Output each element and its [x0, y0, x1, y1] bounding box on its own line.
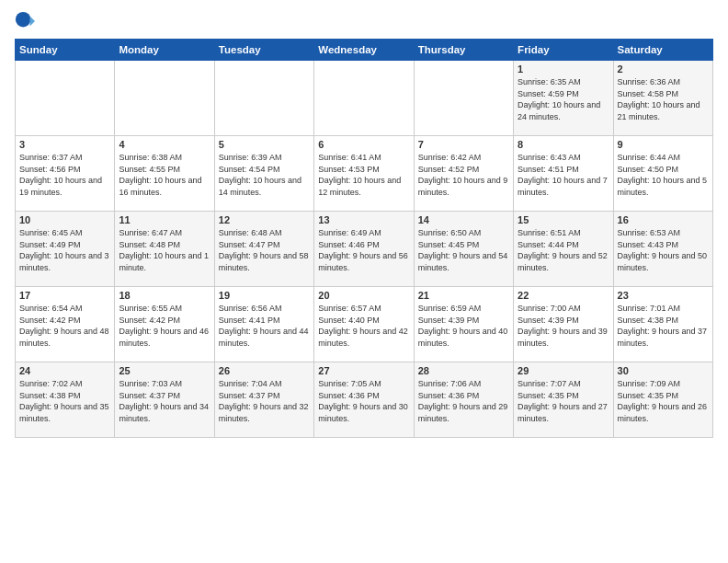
day-info: Sunrise: 7:00 AMSunset: 4:39 PMDaylight:… [518, 303, 609, 349]
day-cell: 9Sunrise: 6:44 AMSunset: 4:50 PMDaylight… [613, 136, 712, 212]
day-number: 17 [19, 290, 110, 301]
day-number: 14 [418, 214, 509, 225]
day-info: Sunrise: 6:51 AMSunset: 4:44 PMDaylight:… [518, 227, 609, 273]
day-cell: 15Sunrise: 6:51 AMSunset: 4:44 PMDayligh… [514, 212, 613, 287]
svg-point-0 [16, 12, 30, 28]
day-info: Sunrise: 6:56 AMSunset: 4:41 PMDaylight:… [219, 303, 310, 349]
day-cell: 13Sunrise: 6:49 AMSunset: 4:46 PMDayligh… [314, 212, 414, 287]
day-number: 27 [318, 365, 409, 376]
day-info: Sunrise: 6:44 AMSunset: 4:50 PMDaylight:… [618, 152, 709, 198]
logo [15, 11, 39, 31]
day-number: 5 [219, 139, 310, 150]
day-cell: 2Sunrise: 6:36 AMSunset: 4:58 PMDaylight… [613, 61, 712, 136]
day-cell: 12Sunrise: 6:48 AMSunset: 4:47 PMDayligh… [214, 212, 313, 287]
day-cell: 7Sunrise: 6:42 AMSunset: 4:52 PMDaylight… [414, 136, 513, 212]
week-row-5: 24Sunrise: 7:02 AMSunset: 4:38 PMDayligh… [16, 362, 713, 438]
day-info: Sunrise: 6:49 AMSunset: 4:46 PMDaylight:… [318, 227, 409, 273]
day-cell: 22Sunrise: 7:00 AMSunset: 4:39 PMDayligh… [514, 287, 613, 362]
calendar-header-row: SundayMondayTuesdayWednesdayThursdayFrid… [16, 40, 713, 61]
weekday-header-wednesday: Wednesday [314, 40, 414, 61]
day-number: 6 [318, 139, 409, 150]
day-number: 11 [119, 214, 210, 225]
day-cell: 3Sunrise: 6:37 AMSunset: 4:56 PMDaylight… [16, 136, 115, 212]
weekday-header-thursday: Thursday [414, 40, 513, 61]
day-number: 12 [219, 214, 310, 225]
day-number: 29 [518, 365, 609, 376]
day-info: Sunrise: 6:37 AMSunset: 4:56 PMDaylight:… [19, 152, 110, 198]
day-number: 20 [318, 290, 409, 301]
day-cell [16, 61, 115, 136]
day-cell: 25Sunrise: 7:03 AMSunset: 4:37 PMDayligh… [115, 362, 214, 438]
day-number: 2 [618, 63, 709, 75]
day-info: Sunrise: 6:48 AMSunset: 4:47 PMDaylight:… [219, 227, 310, 273]
day-cell: 19Sunrise: 6:56 AMSunset: 4:41 PMDayligh… [214, 287, 313, 362]
week-row-4: 17Sunrise: 6:54 AMSunset: 4:42 PMDayligh… [16, 287, 713, 362]
day-number: 1 [518, 63, 609, 75]
week-row-1: 1Sunrise: 6:35 AMSunset: 4:59 PMDaylight… [16, 61, 713, 136]
weekday-header-friday: Friday [514, 40, 613, 61]
day-info: Sunrise: 7:04 AMSunset: 4:37 PMDaylight:… [219, 378, 310, 424]
day-cell: 1Sunrise: 6:35 AMSunset: 4:59 PMDaylight… [514, 61, 613, 136]
day-cell: 26Sunrise: 7:04 AMSunset: 4:37 PMDayligh… [214, 362, 313, 438]
day-info: Sunrise: 6:43 AMSunset: 4:51 PMDaylight:… [518, 152, 609, 198]
day-cell: 30Sunrise: 7:09 AMSunset: 4:35 PMDayligh… [613, 362, 712, 438]
day-info: Sunrise: 7:05 AMSunset: 4:36 PMDaylight:… [318, 378, 409, 424]
day-cell: 24Sunrise: 7:02 AMSunset: 4:38 PMDayligh… [16, 362, 115, 438]
day-info: Sunrise: 6:35 AMSunset: 4:59 PMDaylight:… [518, 76, 609, 122]
day-cell: 23Sunrise: 7:01 AMSunset: 4:38 PMDayligh… [613, 287, 712, 362]
day-cell [414, 61, 513, 136]
day-cell: 14Sunrise: 6:50 AMSunset: 4:45 PMDayligh… [414, 212, 513, 287]
svg-marker-1 [30, 17, 36, 27]
week-row-2: 3Sunrise: 6:37 AMSunset: 4:56 PMDaylight… [16, 136, 713, 212]
day-cell: 20Sunrise: 6:57 AMSunset: 4:40 PMDayligh… [314, 287, 414, 362]
day-cell: 5Sunrise: 6:39 AMSunset: 4:54 PMDaylight… [214, 136, 313, 212]
weekday-header-saturday: Saturday [613, 40, 712, 61]
day-cell: 29Sunrise: 7:07 AMSunset: 4:35 PMDayligh… [514, 362, 613, 438]
day-info: Sunrise: 6:41 AMSunset: 4:53 PMDaylight:… [318, 152, 409, 198]
day-number: 19 [219, 290, 310, 301]
day-info: Sunrise: 7:06 AMSunset: 4:36 PMDaylight:… [418, 378, 509, 424]
weekday-header-monday: Monday [115, 40, 214, 61]
day-number: 25 [119, 365, 210, 376]
day-number: 3 [19, 139, 110, 150]
day-cell: 11Sunrise: 6:47 AMSunset: 4:48 PMDayligh… [115, 212, 214, 287]
day-info: Sunrise: 7:03 AMSunset: 4:37 PMDaylight:… [119, 378, 210, 424]
day-info: Sunrise: 6:55 AMSunset: 4:42 PMDaylight:… [119, 303, 210, 349]
day-cell: 8Sunrise: 6:43 AMSunset: 4:51 PMDaylight… [514, 136, 613, 212]
day-info: Sunrise: 6:47 AMSunset: 4:48 PMDaylight:… [119, 227, 210, 273]
day-cell: 16Sunrise: 6:53 AMSunset: 4:43 PMDayligh… [613, 212, 712, 287]
day-number: 22 [518, 290, 609, 301]
day-cell: 28Sunrise: 7:06 AMSunset: 4:36 PMDayligh… [414, 362, 513, 438]
day-info: Sunrise: 6:50 AMSunset: 4:45 PMDaylight:… [418, 227, 509, 273]
day-number: 13 [318, 214, 409, 225]
day-cell: 6Sunrise: 6:41 AMSunset: 4:53 PMDaylight… [314, 136, 414, 212]
day-number: 7 [418, 139, 509, 150]
day-cell [314, 61, 414, 136]
day-number: 8 [518, 139, 609, 150]
day-cell: 4Sunrise: 6:38 AMSunset: 4:55 PMDaylight… [115, 136, 214, 212]
day-cell: 21Sunrise: 6:59 AMSunset: 4:39 PMDayligh… [414, 287, 513, 362]
day-info: Sunrise: 6:36 AMSunset: 4:58 PMDaylight:… [618, 76, 709, 122]
week-row-3: 10Sunrise: 6:45 AMSunset: 4:49 PMDayligh… [16, 212, 713, 287]
day-info: Sunrise: 6:57 AMSunset: 4:40 PMDaylight:… [318, 303, 409, 349]
page: SundayMondayTuesdayWednesdayThursdayFrid… [0, 0, 728, 563]
day-cell [214, 61, 313, 136]
day-info: Sunrise: 6:59 AMSunset: 4:39 PMDaylight:… [418, 303, 509, 349]
day-number: 24 [19, 365, 110, 376]
day-info: Sunrise: 6:38 AMSunset: 4:55 PMDaylight:… [119, 152, 210, 198]
header-area [15, 11, 713, 31]
day-number: 28 [418, 365, 509, 376]
day-number: 9 [618, 139, 709, 150]
day-number: 21 [418, 290, 509, 301]
calendar: SundayMondayTuesdayWednesdayThursdayFrid… [15, 39, 713, 438]
day-number: 4 [119, 139, 210, 150]
day-info: Sunrise: 6:39 AMSunset: 4:54 PMDaylight:… [219, 152, 310, 198]
day-info: Sunrise: 7:09 AMSunset: 4:35 PMDaylight:… [618, 378, 709, 424]
day-cell: 27Sunrise: 7:05 AMSunset: 4:36 PMDayligh… [314, 362, 414, 438]
day-info: Sunrise: 7:02 AMSunset: 4:38 PMDaylight:… [19, 378, 110, 424]
day-cell: 18Sunrise: 6:55 AMSunset: 4:42 PMDayligh… [115, 287, 214, 362]
day-info: Sunrise: 7:01 AMSunset: 4:38 PMDaylight:… [618, 303, 709, 349]
day-number: 30 [618, 365, 709, 376]
weekday-header-tuesday: Tuesday [214, 40, 313, 61]
day-cell [115, 61, 214, 136]
